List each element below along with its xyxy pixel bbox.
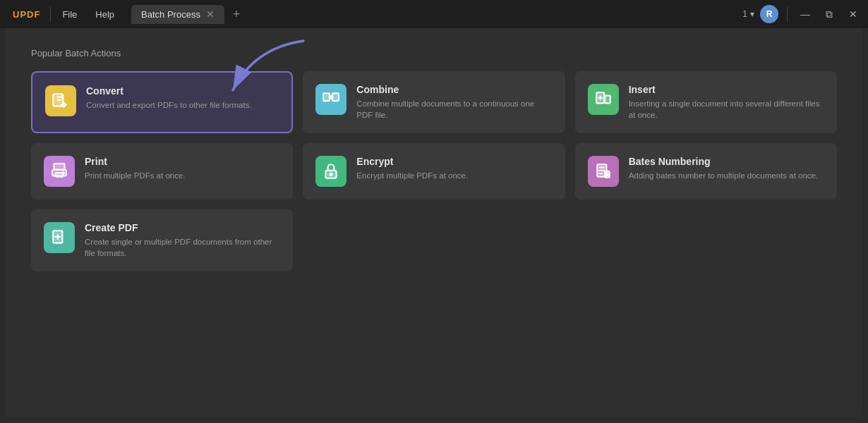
combine-desc: Combine multiple documents to a continuo… [356,98,552,121]
svg-rect-6 [54,164,64,170]
main-content: Popular Batch Actions ConvertConvert and… [6,28,862,417]
version-selector[interactable]: 1 ▾ [742,9,754,19]
bates-text: Bates NumberingAdding bates number to mu… [629,156,819,181]
create-text: Create PDFCreate single or multiple PDF … [85,222,280,259]
print-text: PrintPrint multiple PDFs at once. [85,156,186,181]
card-print[interactable]: PrintPrint multiple PDFs at once. [31,143,293,200]
insert-desc: Inserting a single document into several… [629,98,824,121]
titlebar-separator-2 [787,7,788,21]
print-icon [44,156,75,187]
titlebar-separator [50,7,51,21]
restore-button[interactable]: ⧉ [820,5,838,23]
convert-icon [45,85,76,116]
convert-text: ConvertConvert and export PDFs to other … [86,85,252,111]
section-title: Popular Batch Actions [31,48,837,59]
encrypt-text: EncryptEncrypt multiple PDFs at once. [356,156,468,181]
version-chevron-icon: ▾ [750,9,754,19]
create-desc: Create single or multiple PDF documents … [85,236,280,259]
new-tab-button[interactable]: + [227,5,246,23]
menu-file[interactable]: File [54,6,85,23]
print-title: Print [85,156,186,167]
titlebar-right: 1 ▾ R — ⧉ ✕ [742,5,862,23]
close-button[interactable]: ✕ [844,5,862,23]
svg-point-9 [62,172,64,173]
combine-icon [315,84,346,115]
encrypt-title: Encrypt [356,156,468,167]
insert-icon [588,84,619,115]
bates-title: Bates Numbering [629,156,819,167]
convert-title: Convert [86,85,252,97]
combine-text: CombineCombine multiple documents to a c… [356,84,552,121]
insert-title: Insert [629,84,824,95]
tabs-area: Batch Process ✕ + [131,5,742,24]
tab-batch-process[interactable]: Batch Process ✕ [131,5,224,24]
card-convert[interactable]: ConvertConvert and export PDFs to other … [31,71,293,133]
user-avatar[interactable]: R [760,5,778,23]
app-logo: UPDF [6,9,47,20]
create-title: Create PDF [85,222,280,233]
convert-desc: Convert and export PDFs to other file fo… [86,99,252,111]
combine-title: Combine [356,84,552,95]
svg-rect-3 [332,93,339,101]
print-desc: Print multiple PDFs at once. [85,170,186,181]
card-combine[interactable]: CombineCombine multiple documents to a c… [303,71,565,133]
card-encrypt[interactable]: EncryptEncrypt multiple PDFs at once. [303,143,565,200]
titlebar-menu: File Help [54,6,123,23]
encrypt-icon [315,156,346,187]
bates-icon [588,156,619,187]
cards-grid: ConvertConvert and export PDFs to other … [31,71,837,271]
insert-text: InsertInserting a single document into s… [629,84,824,121]
svg-rect-5 [605,96,610,104]
create-icon [44,222,75,253]
card-bates[interactable]: Bates NumberingAdding bates number to mu… [575,143,837,200]
card-create[interactable]: Create PDFCreate single or multiple PDF … [31,209,293,271]
menu-help[interactable]: Help [87,6,123,23]
card-insert[interactable]: InsertInserting a single document into s… [575,71,837,133]
bates-desc: Adding bates number to multiple document… [629,170,819,181]
tab-label: Batch Process [141,9,200,20]
minimize-button[interactable]: — [796,5,814,23]
encrypt-desc: Encrypt multiple PDFs at once. [356,170,468,181]
version-number: 1 [742,9,747,19]
svg-point-11 [330,173,332,176]
svg-rect-2 [323,93,330,101]
tab-close-icon[interactable]: ✕ [206,9,215,19]
titlebar: UPDF File Help Batch Process ✕ + 1 ▾ R —… [0,0,868,28]
